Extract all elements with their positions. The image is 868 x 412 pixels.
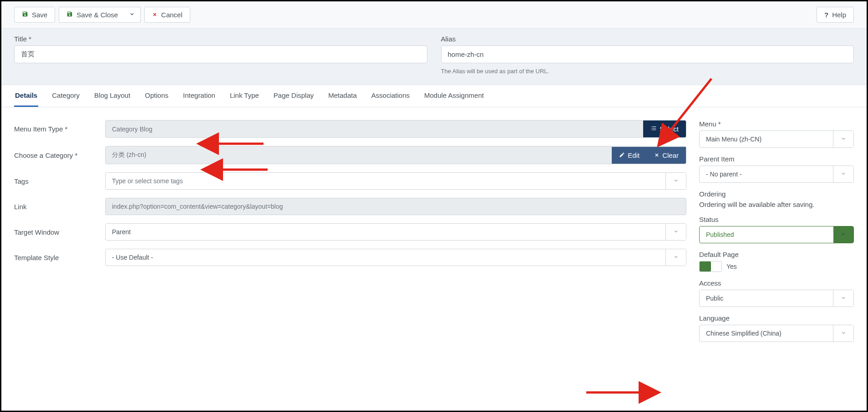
access-select[interactable]: Public — [699, 290, 854, 307]
link-value: index.php?option=com_content&view=catego… — [106, 198, 686, 215]
title-section: Title * Alias The Alias will be used as … — [1, 29, 867, 85]
chevron-down-icon[interactable] — [665, 173, 686, 189]
chevron-down-icon[interactable] — [833, 226, 853, 243]
chevron-down-icon[interactable] — [833, 166, 853, 182]
title-label: Title * — [14, 35, 427, 43]
category-value: 分类 (zh-cn) — [106, 146, 612, 164]
save-dropdown-button[interactable] — [124, 7, 141, 23]
tab-category[interactable]: Category — [51, 85, 81, 107]
details-left-column: Menu Item Type * Category Blog Select Ch… — [14, 120, 686, 349]
cancel-label: Cancel — [161, 11, 183, 19]
edit-category-button[interactable]: Edit — [612, 147, 647, 164]
tab-integration[interactable]: Integration — [182, 85, 216, 107]
chevron-down-icon[interactable] — [833, 131, 853, 147]
tags-control[interactable]: Type or select some tags — [105, 172, 686, 190]
alias-input[interactable] — [441, 45, 854, 63]
tab-link-type[interactable]: Link Type — [229, 85, 260, 107]
annotation-arrow — [582, 386, 650, 399]
target-window-value: Parent — [106, 224, 665, 240]
parent-item-value: - No parent - — [700, 166, 833, 182]
tab-blog-layout[interactable]: Blog Layout — [93, 85, 131, 107]
category-control: 分类 (zh-cn) Edit Clear — [105, 146, 686, 164]
template-style-label: Template Style — [14, 254, 105, 261]
tabs-bar: DetailsCategoryBlog LayoutOptionsIntegra… — [1, 85, 867, 107]
ordering-label: Ordering — [699, 190, 854, 198]
menu-select[interactable]: Main Menu (zh-CN) — [699, 131, 854, 148]
status-label: Status — [699, 216, 854, 223]
template-style-select[interactable]: - Use Default - — [105, 249, 686, 266]
pencil-icon — [619, 151, 625, 159]
toolbar: Save Save & Close Cancel ? Help — [1, 1, 867, 29]
details-right-column: Menu * Main Menu (zh-CN) Parent Item - N… — [699, 120, 854, 349]
menu-value: Main Menu (zh-CN) — [700, 131, 833, 147]
chevron-down-icon[interactable] — [833, 290, 853, 306]
tags-placeholder: Type or select some tags — [106, 173, 665, 189]
save-label: Save — [32, 11, 47, 19]
access-label: Access — [699, 279, 854, 287]
times-icon — [654, 151, 660, 159]
alias-label: Alias — [441, 35, 854, 43]
tab-details[interactable]: Details — [14, 85, 38, 107]
title-input[interactable] — [14, 45, 427, 63]
chevron-down-icon — [129, 11, 135, 18]
language-select[interactable]: Chinese Simplified (China) — [699, 325, 854, 342]
menu-item-type-control: Category Blog Select — [105, 120, 686, 138]
list-icon — [650, 125, 657, 133]
tags-label: Tags — [14, 177, 105, 185]
edit-label: Edit — [628, 151, 640, 159]
access-value: Public — [700, 290, 833, 306]
close-icon — [152, 11, 157, 19]
link-control: index.php?option=com_content&view=catego… — [105, 198, 686, 215]
default-page-value: Yes — [726, 263, 737, 270]
alias-hint: The Alias will be used as part of the UR… — [441, 68, 854, 75]
tab-metadata[interactable]: Metadata — [327, 85, 358, 107]
parent-item-select[interactable]: - No parent - — [699, 166, 854, 183]
target-window-label: Target Window — [14, 228, 105, 236]
chevron-down-icon[interactable] — [665, 249, 686, 266]
save-close-label: Save & Close — [76, 11, 118, 19]
category-label: Choose a Category * — [14, 151, 105, 159]
help-label: Help — [832, 11, 846, 19]
help-button[interactable]: ? Help — [817, 7, 854, 23]
default-page-toggle[interactable] — [699, 261, 722, 272]
menu-label: Menu * — [699, 120, 854, 128]
tab-module-assignment[interactable]: Module Assignment — [423, 85, 485, 107]
status-select[interactable]: Published — [699, 226, 854, 243]
link-label: Link — [14, 203, 105, 211]
save-close-button[interactable]: Save & Close — [59, 7, 126, 23]
save-icon — [22, 11, 28, 19]
menu-item-type-label: Menu Item Type * — [14, 125, 105, 133]
parent-item-label: Parent Item — [699, 155, 854, 163]
clear-category-button[interactable]: Clear — [647, 147, 686, 164]
clear-label: Clear — [662, 151, 679, 159]
default-page-label: Default Page — [699, 251, 854, 258]
save-button[interactable]: Save — [14, 7, 55, 23]
select-type-button[interactable]: Select — [643, 121, 686, 137]
tab-associations[interactable]: Associations — [371, 85, 411, 107]
language-value: Chinese Simplified (China) — [700, 325, 833, 342]
menu-item-type-value: Category Blog — [106, 121, 643, 137]
target-window-select[interactable]: Parent — [105, 223, 686, 241]
language-label: Language — [699, 314, 854, 322]
save-icon — [66, 11, 73, 19]
tab-options[interactable]: Options — [144, 85, 169, 107]
tab-page-display[interactable]: Page Display — [273, 85, 315, 107]
details-content: Menu Item Type * Category Blog Select Ch… — [1, 107, 867, 362]
chevron-down-icon[interactable] — [833, 325, 853, 342]
select-label: Select — [660, 125, 679, 133]
template-style-value: - Use Default - — [106, 249, 665, 266]
chevron-down-icon[interactable] — [665, 224, 686, 240]
help-icon: ? — [824, 11, 828, 19]
cancel-button[interactable]: Cancel — [144, 7, 190, 23]
status-value: Published — [700, 226, 833, 243]
ordering-hint: Ordering will be available after saving. — [699, 201, 854, 208]
